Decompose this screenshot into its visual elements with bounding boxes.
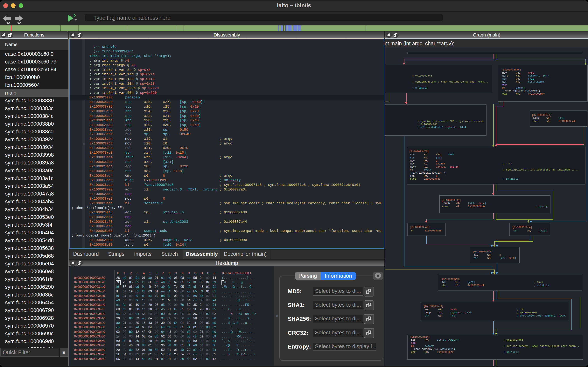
svg-text:D: D <box>73 14 76 17</box>
